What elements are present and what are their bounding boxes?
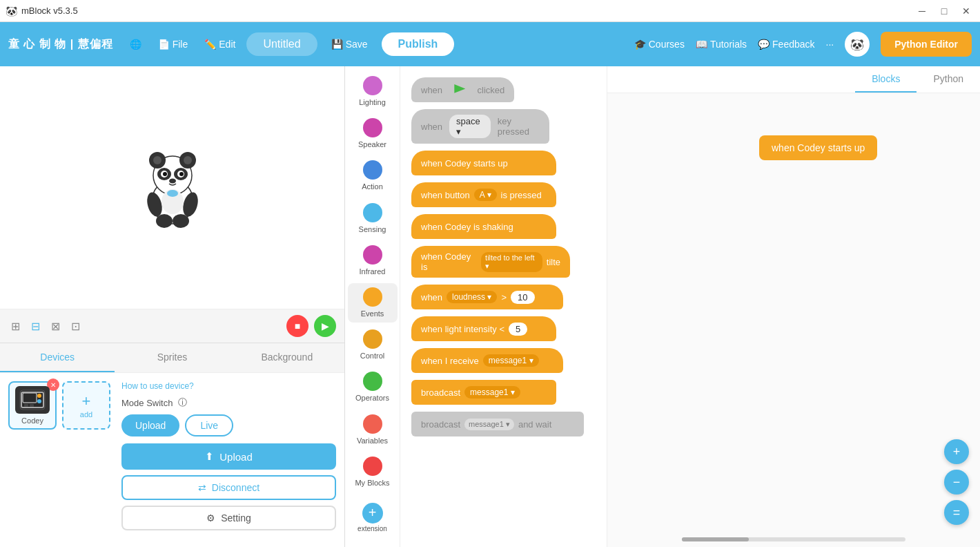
stage-area bbox=[0, 66, 344, 309]
palette-item-lighting[interactable]: Lighting bbox=[348, 72, 398, 111]
palette-item-infrared[interactable]: Infrared bbox=[348, 241, 398, 280]
block-when-light[interactable]: when light intensity < 5 bbox=[411, 316, 596, 341]
close-button[interactable]: ✕ bbox=[958, 3, 974, 19]
codey-label: Codey bbox=[21, 416, 43, 425]
tab-devices[interactable]: Devices bbox=[0, 343, 115, 372]
workspace-scrollbar[interactable] bbox=[682, 537, 905, 541]
play-button[interactable]: ▶ bbox=[314, 315, 336, 337]
courses-button[interactable]: 🎓 Courses bbox=[634, 39, 685, 50]
block-when-tilted[interactable]: when Codey is tilted to the left ▾ tilte bbox=[411, 246, 596, 278]
svg-point-18 bbox=[167, 190, 178, 197]
myblocks-label: My Blocks bbox=[355, 479, 389, 488]
palette-item-myblocks[interactable]: My Blocks bbox=[348, 452, 398, 492]
more-button[interactable]: ··· bbox=[826, 39, 834, 50]
workspace-tabs: Blocks Python bbox=[607, 66, 980, 93]
brand-logo: 童 心 制 物 | 慧偏程 bbox=[8, 37, 113, 52]
action-label: Action bbox=[362, 182, 383, 191]
palette-item-variables[interactable]: Variables bbox=[348, 410, 398, 450]
block-broadcast[interactable]: broadcast message1 ▾ bbox=[411, 380, 596, 405]
svg-point-22 bbox=[37, 399, 41, 403]
live-mode-button[interactable]: Live bbox=[185, 414, 233, 436]
stage-large-button[interactable]: ⊠ bbox=[48, 317, 63, 336]
feedback-button[interactable]: 💬 Feedback bbox=[758, 39, 814, 50]
palette-item-events[interactable]: Events bbox=[348, 283, 398, 323]
block-when-key[interactable]: when space ▾ key pressed bbox=[411, 109, 596, 144]
svg-point-10 bbox=[163, 172, 167, 176]
palette-item-speaker[interactable]: Speaker bbox=[348, 114, 398, 153]
globe-button[interactable]: 🌐 bbox=[124, 36, 147, 52]
svg-rect-20 bbox=[23, 393, 37, 403]
zoom-reset-button[interactable]: = bbox=[944, 500, 969, 525]
app-icon: 🐼 bbox=[6, 6, 17, 17]
tab-blocks[interactable]: Blocks bbox=[855, 66, 917, 93]
edit-icon: ✏️ bbox=[204, 39, 216, 50]
zoom-out-button[interactable]: − bbox=[944, 470, 969, 495]
zoom-controls: + − = bbox=[944, 439, 969, 525]
spacer bbox=[607, 66, 855, 93]
infrared-label: Infrared bbox=[360, 267, 386, 276]
save-button[interactable]: 💾 Save bbox=[323, 35, 376, 54]
operators-label: Operators bbox=[355, 394, 389, 403]
file-button[interactable]: 📄 File bbox=[153, 36, 194, 52]
tutorials-button[interactable]: 📖 Tutorials bbox=[696, 39, 747, 50]
tutorials-icon: 📖 bbox=[696, 39, 707, 50]
project-name-button[interactable]: Untitled bbox=[246, 32, 317, 56]
stop-button[interactable]: ■ bbox=[286, 315, 308, 337]
title-bar: 🐼 mBlock v5.3.5 ─ □ ✕ bbox=[0, 0, 980, 22]
disconnect-button[interactable]: ⇄ Disconnect bbox=[121, 475, 336, 500]
maximize-button[interactable]: □ bbox=[936, 3, 952, 19]
upload-mode-button[interactable]: Upload bbox=[121, 414, 179, 436]
control-label: Control bbox=[360, 352, 384, 361]
block-broadcast-wait[interactable]: broadcast message1 ▾ and wait bbox=[411, 412, 596, 436]
codey-device-card[interactable]: ✕ Codey bbox=[8, 381, 57, 430]
palette-item-sensing[interactable]: Sensing bbox=[348, 199, 398, 238]
mode-info-icon: ⓘ bbox=[178, 396, 187, 409]
devices-panel: ✕ Codey + add bbox=[0, 372, 344, 547]
tab-python[interactable]: Python bbox=[917, 66, 980, 93]
svg-point-12 bbox=[169, 178, 176, 183]
palette-item-operators[interactable]: Operators bbox=[348, 367, 398, 407]
add-icon: + bbox=[82, 392, 91, 410]
tab-sprites[interactable]: Sprites bbox=[115, 343, 229, 372]
extension-label: extension bbox=[357, 525, 387, 532]
workspace-block-codey-starts[interactable]: when Codey starts up bbox=[759, 135, 877, 160]
add-extension-button[interactable]: + bbox=[362, 503, 383, 524]
panda-sprite bbox=[138, 146, 207, 229]
svg-point-5 bbox=[184, 156, 192, 164]
block-codey-starts[interactable]: when Codey starts up bbox=[411, 151, 596, 175]
stage-small-button[interactable]: ⊞ bbox=[8, 317, 23, 336]
block-when-loudness[interactable]: when loudness ▾ > 10 bbox=[411, 285, 596, 309]
mode-buttons: Upload Live bbox=[121, 414, 336, 436]
setting-button[interactable]: ⚙ Setting bbox=[121, 506, 336, 530]
publish-button[interactable]: Publish bbox=[382, 32, 455, 56]
add-device-button[interactable]: + add bbox=[62, 381, 110, 430]
main-toolbar: 童 心 制 物 | 慧偏程 🌐 📄 File ✏️ Edit Untitled … bbox=[0, 22, 980, 66]
upload-icon: ⬆ bbox=[205, 450, 214, 463]
variables-dot bbox=[363, 414, 382, 434]
stage-fullscreen-button[interactable]: ⊡ bbox=[68, 317, 83, 336]
brand-text: 童 心 制 物 | 慧偏程 bbox=[8, 37, 113, 52]
devices-row: ✕ Codey + add bbox=[8, 381, 336, 530]
edit-button[interactable]: ✏️ Edit bbox=[199, 36, 241, 52]
infrared-dot bbox=[363, 245, 382, 265]
user-avatar[interactable]: 🐼 bbox=[845, 32, 870, 57]
how-to-link[interactable]: How to use device? bbox=[121, 381, 336, 391]
stage-medium-button[interactable]: ⊟ bbox=[28, 317, 43, 336]
operators-dot bbox=[363, 372, 382, 391]
block-when-receive[interactable]: when I receive message1 ▾ bbox=[411, 348, 596, 373]
minimize-button[interactable]: ─ bbox=[914, 3, 930, 19]
control-dot bbox=[363, 329, 382, 349]
lighting-label: Lighting bbox=[359, 98, 386, 107]
tab-background[interactable]: Background bbox=[230, 343, 344, 372]
block-when-shaking[interactable]: when Codey is shaking bbox=[411, 214, 596, 239]
blocks-palette: Lighting Speaker Action Sensing Infrared… bbox=[345, 66, 400, 547]
upload-button[interactable]: ⬆ Upload bbox=[121, 443, 336, 470]
window-controls: ─ □ ✕ bbox=[914, 3, 974, 19]
palette-item-action[interactable]: Action bbox=[348, 156, 398, 195]
zoom-in-button[interactable]: + bbox=[944, 439, 969, 464]
stage-controls: ⊞ ⊟ ⊠ ⊡ ■ ▶ bbox=[0, 309, 344, 343]
block-when-button[interactable]: when button A ▾ is pressed bbox=[411, 182, 596, 207]
palette-item-control[interactable]: Control bbox=[348, 325, 398, 365]
python-editor-button[interactable]: Python Editor bbox=[881, 32, 972, 57]
block-when-flag[interactable]: when clicked bbox=[411, 77, 596, 102]
